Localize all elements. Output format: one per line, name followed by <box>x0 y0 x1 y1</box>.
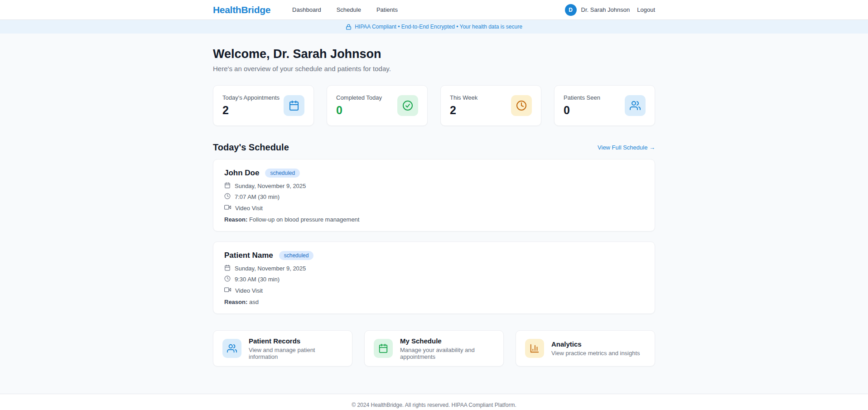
video-icon <box>224 286 231 294</box>
stat-value: 2 <box>450 104 477 117</box>
stat-card-todays-appointments: Today's Appointments 2 <box>213 85 314 126</box>
page-title: Welcome, Dr. Sarah Johnson <box>213 47 655 61</box>
appointment-reason: Reason: asd <box>224 299 644 305</box>
stat-card-patients-seen: Patients Seen 0 <box>554 85 655 126</box>
calendar-icon <box>284 95 304 116</box>
bar-chart-icon <box>525 339 544 358</box>
appointment-reason: Reason: Follow-up on blood pressure mana… <box>224 216 644 223</box>
clock-icon <box>224 275 231 283</box>
patient-name: Patient Name <box>224 251 273 260</box>
dashboard-main: Welcome, Dr. Sarah Johnson Here's an ove… <box>213 47 655 367</box>
users-icon <box>625 95 646 116</box>
brand-logo[interactable]: HealthBridge <box>213 5 270 15</box>
stat-label: Completed Today <box>336 94 382 101</box>
action-title: Patient Records <box>249 337 343 345</box>
clock-icon <box>224 193 231 201</box>
stat-value: 0 <box>564 104 600 117</box>
view-full-schedule-link[interactable]: View Full Schedule → <box>598 144 655 151</box>
visit-type: Video Visit <box>235 287 263 294</box>
copyright-text: © 2024 HealthBridge. All rights reserved… <box>0 402 868 408</box>
action-title: Analytics <box>551 340 640 348</box>
action-subtitle: Manage your availability and appointment… <box>400 347 494 360</box>
stat-value: 2 <box>222 104 280 117</box>
logout-button[interactable]: Logout <box>637 6 655 13</box>
appointment-date: Sunday, November 9, 2025 <box>235 183 306 189</box>
hipaa-banner: HIPAA Compliant • End-to-End Encrypted •… <box>0 20 868 34</box>
stat-label: Today's Appointments <box>222 94 280 101</box>
main-nav: Dashboard Schedule Patients <box>292 6 398 13</box>
stat-card-completed-today: Completed Today 0 <box>327 85 428 126</box>
action-subtitle: View and manage patient information <box>249 347 343 360</box>
video-icon <box>224 204 231 212</box>
appointment-card: Patient Name scheduled Sunday, November … <box>213 241 655 314</box>
stat-label: This Week <box>450 94 477 101</box>
stats-row: Today's Appointments 2 Completed Today 0 <box>213 85 655 126</box>
appointment-card: John Doe scheduled Sunday, November 9, 2… <box>213 159 655 232</box>
calendar-icon <box>224 182 231 190</box>
nav-link-schedule[interactable]: Schedule <box>337 6 361 13</box>
user-name: Dr. Sarah Johnson <box>581 6 630 13</box>
stat-value: 0 <box>336 104 382 117</box>
appointment-time: 9:30 AM (30 min) <box>235 276 280 283</box>
nav-link-patients[interactable]: Patients <box>376 6 398 13</box>
users-icon <box>222 339 241 358</box>
status-badge: scheduled <box>265 169 300 178</box>
patient-name: John Doe <box>224 169 259 178</box>
appointment-time: 7:07 AM (30 min) <box>235 193 280 200</box>
calendar-icon <box>374 339 393 358</box>
appointment-date: Sunday, November 9, 2025 <box>235 265 306 272</box>
patient-records-card[interactable]: Patient Records View and manage patient … <box>213 330 352 367</box>
nav-link-dashboard[interactable]: Dashboard <box>292 6 321 13</box>
stat-card-this-week: This Week 2 <box>440 85 541 126</box>
lock-icon <box>346 24 352 30</box>
page-footer: © 2024 HealthBridge. All rights reserved… <box>0 394 868 410</box>
analytics-card[interactable]: Analytics View practice metrics and insi… <box>516 330 655 367</box>
check-circle-icon <box>397 95 418 116</box>
user-avatar: D <box>565 4 577 16</box>
action-title: My Schedule <box>400 337 494 345</box>
top-navbar: HealthBridge Dashboard Schedule Patients… <box>0 0 868 20</box>
visit-type: Video Visit <box>235 205 263 212</box>
calendar-icon <box>224 265 231 272</box>
hipaa-banner-text: HIPAA Compliant • End-to-End Encrypted •… <box>355 24 522 30</box>
status-badge: scheduled <box>279 251 314 260</box>
schedule-section-title: Today's Schedule <box>213 142 289 153</box>
page-subtitle: Here's an overview of your schedule and … <box>213 65 655 72</box>
my-schedule-card[interactable]: My Schedule Manage your availability and… <box>364 330 504 367</box>
quick-actions-row: Patient Records View and manage patient … <box>213 330 655 367</box>
clock-icon <box>511 95 532 116</box>
stat-label: Patients Seen <box>564 94 600 101</box>
action-subtitle: View practice metrics and insights <box>551 350 640 357</box>
